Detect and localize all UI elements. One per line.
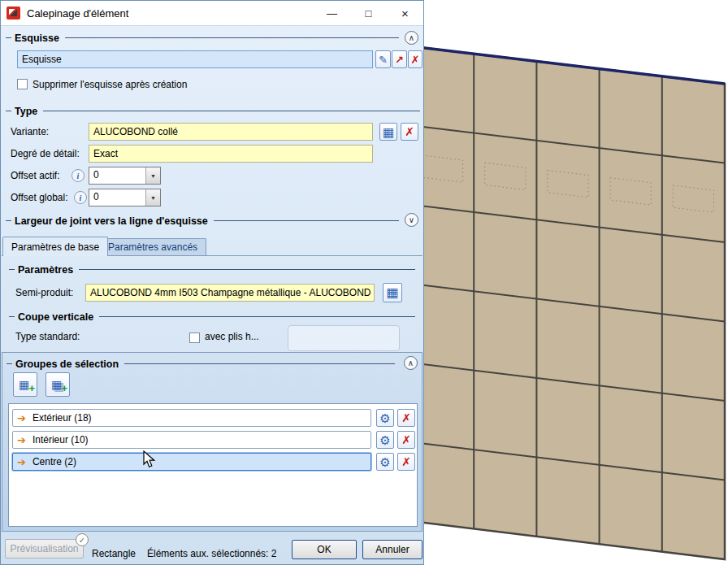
- section-type-title: Type: [15, 106, 43, 117]
- offset-global-dropdown-arrow[interactable]: ▼: [145, 189, 160, 206]
- red-x-icon: ✗: [401, 412, 411, 424]
- offset-global-label: Offset global:: [11, 192, 68, 203]
- dialog-calepinage: Calepinage d'élément — □ × Esquisse ∧ Es…: [0, 0, 424, 565]
- section-parametres-title: Paramètres: [18, 264, 79, 276]
- esquisse-input[interactable]: Esquisse: [17, 50, 373, 68]
- pencil-icon: ✎: [379, 54, 388, 65]
- screen: Calepinage d'élément — □ × Esquisse ∧ Es…: [0, 0, 728, 565]
- group-row-centre[interactable]: ➔ Centre (2): [12, 453, 371, 471]
- offset-actif-dropdown-arrow[interactable]: ▼: [145, 167, 160, 184]
- section-coupe-header: Coupe verticale: [9, 311, 415, 323]
- ok-button[interactable]: OK: [292, 540, 357, 559]
- degre-detail-label: Degré de détail:: [11, 148, 80, 159]
- info-i-glyph: i: [77, 172, 80, 180]
- variante-delete-button[interactable]: ✗: [401, 123, 418, 141]
- collapse-groupes-button[interactable]: ∧: [404, 356, 418, 370]
- gear-icon: ⚙: [379, 412, 390, 424]
- group-delete-button-interieur[interactable]: ✗: [397, 431, 415, 449]
- preview-button[interactable]: Prévisualisation: [5, 539, 84, 558]
- selection-groups-list[interactable]: ➔ Extérieur (18) ⚙ ✗ ➔ Intérieur (10) ⚙ …: [8, 403, 418, 527]
- info-i-glyph: i: [80, 193, 82, 202]
- table-icon: ▦: [383, 126, 394, 138]
- add-group-button[interactable]: ▦+: [13, 372, 37, 397]
- delete-sketch-after-creation-label: Supprimer l'esquisse après création: [32, 79, 187, 90]
- ok-button-label: OK: [317, 544, 331, 555]
- group-delete-button-exterieur[interactable]: ✗: [397, 409, 415, 427]
- maximize-icon: □: [366, 8, 372, 19]
- cancel-button-label: Annuler: [375, 544, 409, 555]
- section-type-header: Type: [6, 105, 420, 117]
- tab-avances-label: Paramètres avancés: [108, 241, 197, 253]
- section-joint-header: Largeur de joint vers la ligne d'esquiss…: [6, 215, 399, 227]
- red-x-icon: ✗: [405, 126, 414, 137]
- window-controls: — □ ×: [314, 2, 423, 25]
- section-joint-title: Largeur de joint vers la ligne d'esquiss…: [15, 215, 214, 227]
- group-settings-button-interieur[interactable]: ⚙: [376, 431, 394, 449]
- tab-parametres-avances[interactable]: Paramètres avancés: [99, 238, 206, 255]
- dropdown-arrow-icon: ▼: [150, 173, 156, 179]
- variante-field[interactable]: ALUCOBOND collé: [89, 123, 373, 141]
- section-esquisse-header: Esquisse: [6, 32, 399, 44]
- red-x-icon: ✗: [401, 434, 411, 445]
- delete-sketch-after-creation-checkbox[interactable]: [17, 79, 28, 89]
- section-groupes-title: Groupes de sélection: [15, 359, 124, 370]
- expand-joint-button[interactable]: ∨: [405, 213, 418, 227]
- esquisse-input-value: Esquisse: [22, 54, 62, 65]
- add-multiple-groups-icon: ▦+: [51, 378, 64, 391]
- check-icon: ✓: [79, 536, 85, 545]
- degre-detail-value: Exact: [93, 148, 118, 159]
- mouse-cursor: [143, 450, 159, 469]
- section-parametres-header: Paramètres: [9, 263, 415, 276]
- degre-detail-field[interactable]: Exact: [89, 145, 373, 163]
- minimize-button[interactable]: —: [314, 2, 350, 25]
- group-row-exterieur[interactable]: ➔ Extérieur (18): [12, 409, 371, 427]
- draw-sketch-button[interactable]: ✎: [375, 50, 391, 68]
- avec-plis-checkbox[interactable]: [189, 332, 200, 343]
- offset-actif-info-icon[interactable]: i: [72, 169, 84, 182]
- offset-global-info-icon[interactable]: i: [74, 191, 87, 204]
- offset-global-dropdown[interactable]: 0 ▼: [89, 189, 161, 206]
- preview-check-badge: ✓: [76, 533, 89, 546]
- pick-arrow-icon: ↗: [395, 54, 404, 65]
- delete-x-icon: ✗: [411, 54, 420, 65]
- section-groupes-header: Groupes de sélection: [6, 358, 395, 370]
- offset-global-value: 0: [89, 189, 145, 206]
- section-coupe-title: Coupe verticale: [18, 311, 99, 323]
- chevron-up-icon: ∧: [409, 33, 414, 42]
- add-multiple-groups-button[interactable]: ▦+: [46, 372, 70, 397]
- pick-sketch-button[interactable]: ↗: [392, 50, 407, 68]
- titlebar[interactable]: Calepinage d'élément — □ ×: [1, 1, 423, 26]
- offset-actif-value: 0: [89, 167, 145, 184]
- tab-parametres-de-base[interactable]: Paramètres de base: [2, 237, 108, 256]
- semi-produit-label: Semi-produit:: [15, 287, 73, 298]
- close-button[interactable]: ×: [387, 2, 423, 25]
- offset-actif-dropdown[interactable]: 0 ▼: [89, 167, 161, 185]
- collapse-esquisse-button[interactable]: ∧: [405, 31, 418, 45]
- semi-produit-field[interactable]: ALUCOBOND 4mm I503 Champagne métallique …: [85, 284, 375, 302]
- cancel-button[interactable]: Annuler: [362, 540, 422, 559]
- orange-arrow-icon: ➔: [17, 413, 26, 424]
- maximize-button[interactable]: □: [350, 2, 387, 25]
- group-settings-button-exterieur[interactable]: ⚙: [376, 409, 394, 427]
- tab-base-label: Paramètres de base: [11, 241, 99, 253]
- avec-plis-label: avec plis h...: [205, 331, 259, 342]
- semi-produit-catalog-button[interactable]: ▦: [383, 283, 402, 302]
- variante-catalog-button[interactable]: ▦: [379, 123, 397, 141]
- app-icon: [6, 7, 20, 20]
- group-delete-button-centre[interactable]: ✗: [397, 453, 415, 471]
- variante-label: Variante:: [11, 126, 49, 137]
- orange-arrow-icon: ➔: [17, 457, 26, 467]
- group-row-label: Centre (2): [32, 456, 76, 467]
- group-row-label: Extérieur (18): [32, 412, 92, 424]
- orange-arrow-icon: ➔: [17, 435, 26, 445]
- group-settings-button-centre[interactable]: ⚙: [376, 453, 394, 471]
- group-row-interieur[interactable]: ➔ Intérieur (10): [12, 431, 371, 449]
- add-group-icon: ▦+: [19, 378, 32, 391]
- variante-value: ALUCOBOND collé: [93, 126, 178, 137]
- chevron-down-icon: ∨: [409, 215, 414, 224]
- chevron-up-icon: ∧: [408, 359, 414, 367]
- dropdown-arrow-icon: ▼: [150, 195, 156, 201]
- delete-sketch-button[interactable]: ✗: [408, 50, 422, 68]
- gear-icon: ⚙: [379, 434, 390, 446]
- fold-type-dropdown[interactable]: [288, 325, 400, 351]
